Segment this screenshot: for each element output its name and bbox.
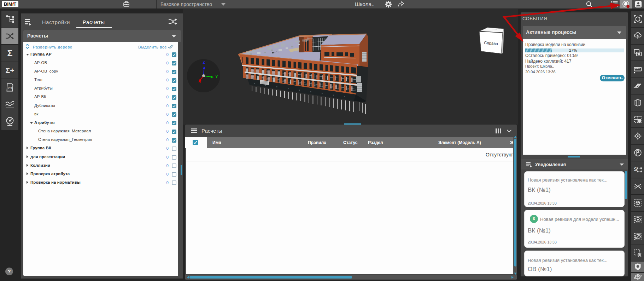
svg-text:S: S [634,166,637,172]
svg-text:Y: Y [216,75,218,79]
svg-text:2D: 2D [8,86,12,90]
svg-text:Z: Z [203,61,205,64]
